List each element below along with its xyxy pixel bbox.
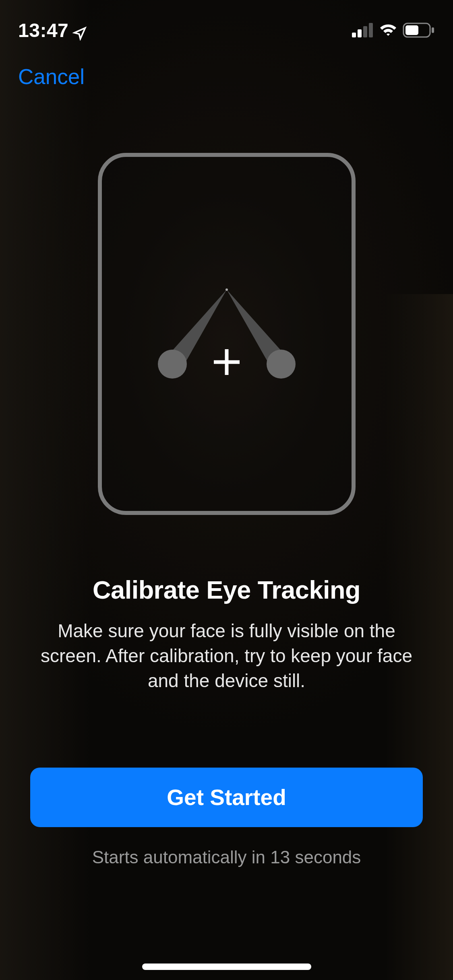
countdown-text: Starts automatically in 13 seconds: [30, 847, 423, 867]
action-area: Get Started Starts automatically in 13 s…: [0, 768, 453, 867]
status-time: 13:47: [18, 19, 68, 41]
svg-point-7: [225, 288, 228, 291]
eye-tracking-frame-container: [98, 153, 356, 515]
svg-rect-5: [405, 25, 418, 35]
svg-point-8: [158, 350, 187, 379]
cancel-button[interactable]: Cancel: [18, 60, 85, 93]
status-bar-right: [352, 23, 435, 38]
content-area: Calibrate Eye Tracking Make sure your fa…: [0, 575, 453, 693]
svg-point-9: [267, 350, 296, 379]
page-title: Calibrate Eye Tracking: [28, 575, 425, 604]
cellular-signal-icon: [352, 23, 374, 37]
status-bar: 13:47: [0, 0, 453, 52]
eye-tracking-icon: [130, 274, 323, 394]
svg-rect-2: [363, 26, 367, 37]
page-description: Make sure your face is fully visible on …: [28, 618, 425, 693]
battery-icon: [403, 23, 435, 38]
svg-rect-3: [369, 23, 373, 37]
get-started-button[interactable]: Get Started: [30, 768, 423, 827]
svg-rect-6: [432, 27, 434, 33]
svg-rect-1: [358, 29, 362, 37]
wifi-icon: [379, 23, 398, 37]
status-bar-left: 13:47: [18, 19, 87, 41]
navigation-bar: Cancel: [0, 60, 453, 93]
svg-rect-0: [352, 33, 356, 37]
eye-tracking-frame: [98, 153, 356, 515]
home-indicator[interactable]: [142, 964, 311, 970]
location-icon: [72, 23, 87, 37]
